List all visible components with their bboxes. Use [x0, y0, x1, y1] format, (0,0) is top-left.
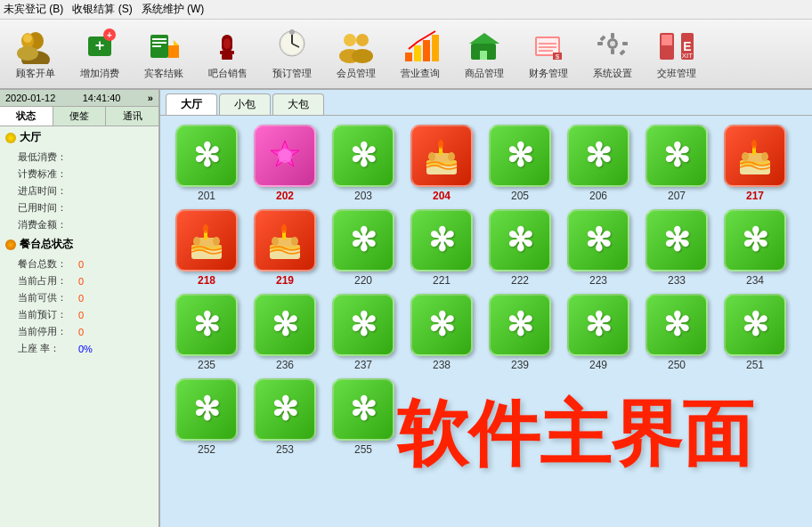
btn-customer-open[interactable]: 顾客开单: [5, 23, 66, 85]
table-cell-234[interactable]: ✻234: [719, 209, 791, 287]
btn-checkout[interactable]: 宾客结账: [134, 23, 194, 85]
enter-time-label: 进店时间：: [18, 184, 71, 198]
snowflake-icon: ✻: [350, 137, 377, 174]
sub-tab-large[interactable]: 大包: [272, 93, 324, 115]
svg-point-56: [278, 149, 292, 163]
btn-business-query[interactable]: 营业查询: [390, 23, 451, 85]
checkout-icon: [142, 28, 185, 65]
svg-text:+: +: [95, 36, 105, 54]
stat-occupied-value: 0: [78, 276, 84, 287]
svg-point-70: [761, 152, 768, 161]
business-query-icon: [399, 28, 442, 65]
table-cell-222[interactable]: ✻222: [484, 209, 556, 287]
expand-arrow[interactable]: »: [148, 93, 153, 103]
table-cell-253[interactable]: ✻253: [249, 378, 321, 456]
table-icon-249: ✻: [567, 294, 629, 356]
svg-point-23: [289, 29, 295, 35]
add-consumption-icon: + +: [78, 28, 121, 65]
hall-section-title: 大厅: [0, 126, 158, 149]
tab-comm[interactable]: 通讯: [106, 107, 158, 126]
menu-guest[interactable]: 未宾登记 (B): [4, 2, 63, 17]
hall-dot: [5, 133, 16, 143]
btn-finance[interactable]: $ 财务管理: [518, 23, 579, 85]
snowflake-icon: ✻: [272, 391, 298, 428]
table-cell-204[interactable]: 204: [406, 125, 477, 202]
table-cell-237[interactable]: ✻237: [328, 294, 399, 371]
tabs-row: 状态 便签 通讯: [0, 107, 158, 126]
table-icon-222: ✻: [489, 209, 551, 272]
table-cell-201[interactable]: ✻201: [171, 125, 242, 202]
snowflake-icon: ✻: [507, 306, 533, 344]
table-cell-236[interactable]: ✻236: [249, 294, 321, 371]
table-cell-252[interactable]: ✻252: [171, 378, 242, 456]
table-num-202: 202: [276, 190, 294, 202]
snowflake-icon: ✻: [585, 222, 612, 259]
svg-point-3: [23, 34, 32, 43]
table-num-223: 223: [589, 274, 607, 287]
table-cell-238[interactable]: ✻238: [406, 294, 477, 371]
table-icon-236: ✻: [254, 294, 316, 356]
table-cell-206[interactable]: ✻206: [563, 125, 634, 202]
table-cell-217[interactable]: 217: [719, 125, 791, 202]
btn-settings[interactable]: 系统设置: [582, 23, 643, 85]
menu-cashier[interactable]: 收银结算 (S): [72, 2, 132, 17]
sub-tab-hall[interactable]: 大厅: [166, 93, 217, 115]
snowflake-icon: ✻: [350, 222, 377, 259]
btn-add-consumption[interactable]: + + 增加消费: [69, 23, 130, 85]
table-num-251: 251: [746, 359, 764, 371]
table-cell-220[interactable]: ✻220: [328, 209, 399, 287]
table-cell-255[interactable]: ✻255: [328, 378, 399, 456]
tab-note[interactable]: 便签: [53, 107, 107, 126]
btn-settings-label: 系统设置: [593, 67, 632, 80]
svg-point-24: [344, 34, 356, 46]
snowflake-icon: ✻: [350, 306, 377, 344]
table-num-233: 233: [668, 274, 686, 287]
table-icon-205: ✻: [489, 125, 551, 187]
btn-bar-sales[interactable]: 吧台销售: [198, 23, 258, 85]
table-cell-203[interactable]: ✻203: [328, 125, 399, 202]
snowflake-icon: ✻: [428, 222, 455, 259]
btn-booking[interactable]: 预订管理: [262, 23, 322, 85]
table-cell-250[interactable]: ✻250: [641, 294, 712, 371]
table-cell-218[interactable]: 218: [171, 209, 242, 287]
right-content: 大厅 小包 大包 ✻201 202✻203 204✻205✻206✻207: [160, 90, 812, 527]
table-cell-235[interactable]: ✻235: [171, 294, 242, 371]
btn-goods[interactable]: 商品管理: [454, 23, 515, 85]
table-cell-219[interactable]: 219: [249, 209, 321, 287]
table-cell-205[interactable]: ✻205: [484, 125, 556, 202]
table-num-249: 249: [589, 359, 607, 371]
table-cell-223[interactable]: ✻223: [563, 209, 634, 287]
table-cell-233[interactable]: ✻233: [641, 209, 712, 287]
table-cell-249[interactable]: ✻249: [563, 294, 634, 371]
svg-point-72: [751, 140, 757, 149]
min-consumption-row: 最低消费：: [0, 149, 158, 166]
sub-tab-small[interactable]: 小包: [219, 93, 271, 115]
table-num-219: 219: [276, 274, 294, 287]
table-icon-206: ✻: [567, 125, 629, 187]
table-num-237: 237: [354, 359, 372, 371]
stat-rate-value: 0%: [78, 344, 93, 354]
snowflake-icon: ✻: [507, 137, 533, 174]
btn-shift[interactable]: E XIT 交班管理: [646, 23, 707, 85]
min-consumption-label: 最低消费：: [18, 150, 71, 164]
stat-available: 当前可供： 0: [0, 289, 158, 306]
snowflake-icon: ✻: [663, 306, 690, 344]
table-cell-202[interactable]: 202: [249, 125, 321, 202]
svg-marker-13: [168, 45, 179, 58]
table-num-217: 217: [746, 190, 764, 202]
stat-occupied: 当前占用： 0: [0, 272, 158, 289]
settings-icon: [591, 28, 634, 65]
table-cell-207[interactable]: ✻207: [641, 125, 712, 202]
table-cell-251[interactable]: ✻251: [719, 294, 791, 371]
tab-status[interactable]: 状态: [0, 107, 53, 126]
btn-member[interactable]: 会员管理: [326, 23, 386, 85]
stat-available-value: 0: [78, 293, 84, 304]
table-num-221: 221: [433, 274, 451, 287]
menu-system[interactable]: 系统维护 (W): [142, 2, 205, 17]
svg-rect-31: [432, 35, 439, 61]
svg-point-43: [610, 41, 615, 46]
table-icon-217: [724, 125, 786, 187]
table-cell-221[interactable]: ✻221: [406, 209, 477, 287]
table-cell-239[interactable]: ✻239: [484, 294, 556, 371]
table-num-236: 236: [276, 359, 294, 371]
